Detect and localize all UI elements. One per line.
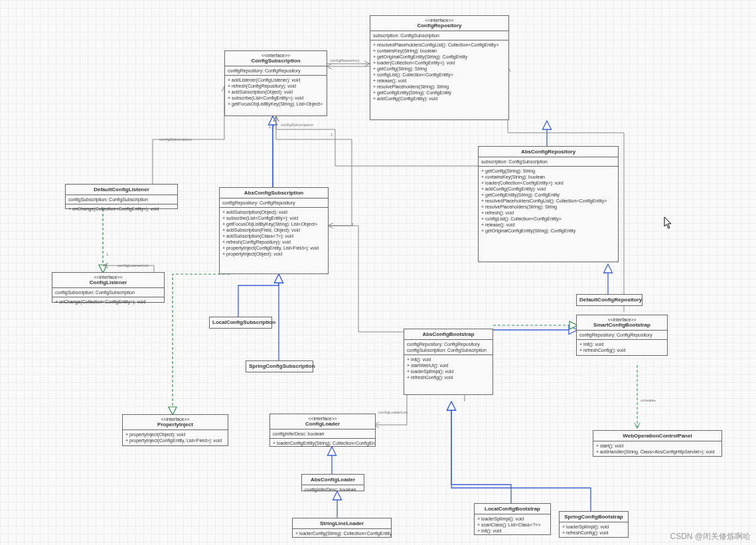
class-ConfigListener[interactable]: <<interface>>ConfigListener configSubscr… — [52, 272, 165, 303]
class-SpringConfigBootstrap[interactable]: SpringConfigBootstrap + loaderSplImpl():… — [559, 511, 629, 538]
class-ConfigSubscription[interactable]: <<interface>>ConfigSubscription configRe… — [224, 50, 327, 116]
watermark: CSDN @闭关修炼啊哈 — [670, 531, 751, 542]
class-LocalConfigBootstrap[interactable]: LocalConfigBootstrap + loaderSplImpl(): … — [474, 503, 551, 535]
class-AbsConfigBootstrap[interactable]: AbsConfigBootstrap configRepository: Con… — [404, 329, 493, 395]
label-cs1: configSubscription — [159, 137, 192, 141]
class-LocalConfigSubscription[interactable]: LocalConfigSubscription — [209, 317, 272, 329]
class-StringLineLoader[interactable]: StringLineLoader + loaderConfig(String):… — [292, 518, 392, 538]
class-ConfigRepository[interactable]: <<interface>>ConfigRepository subscripti… — [370, 15, 509, 120]
name: SpringConfigBootstrap — [564, 514, 623, 520]
label-one-b: 1 — [352, 222, 354, 226]
name: ConfigSubscription — [251, 58, 300, 64]
stereo: <<interface>> — [55, 275, 161, 279]
name: AbsConfigLoader — [311, 477, 355, 483]
name: SpringConfigSubscription — [249, 363, 315, 369]
name: AbsConfigSubscription — [244, 190, 303, 196]
label-create: «create» — [641, 398, 656, 402]
name: StringLineLoader — [320, 520, 364, 526]
label-one-a: 1 — [331, 133, 333, 137]
label-cll: configListenerList — [117, 264, 149, 268]
class-ConfigLoader[interactable]: <<interface>>ConfigLoader configInferDes… — [269, 414, 376, 447]
label-cs2: configSubscription — [281, 123, 313, 127]
name: DefaultConfigListener — [94, 187, 149, 193]
class-SmartConfigBootstrap[interactable]: <<interface>>SmartConfigBootstrap config… — [576, 315, 668, 356]
name: SmartConfigBootstrap — [593, 322, 650, 328]
label-one-c: 1 — [106, 252, 108, 256]
name: DefaultConfigRepository — [579, 297, 642, 303]
stereo: <<interface>> — [579, 317, 664, 322]
name: ConfigListener — [90, 279, 127, 285]
class-DefaultConfigListener[interactable]: DefaultConfigListener configSubscription… — [65, 184, 178, 209]
class-SpringConfigSubscription[interactable]: SpringConfigSubscription — [246, 360, 313, 372]
name: LocalConfigSubscription — [212, 319, 275, 325]
name: PropertyInject — [157, 422, 193, 428]
class-PropertyInject[interactable]: <<interface>>PropertyInject + propertyIn… — [122, 414, 228, 446]
name: LocalConfigBootstrap — [485, 506, 540, 512]
name: ConfigRepository — [417, 23, 461, 29]
stereo: <<interface>> — [125, 417, 225, 422]
class-WebOperationControlPanel[interactable]: WebOperationControlPanel + start(): void… — [593, 430, 722, 457]
name: WebOperationControlPanel — [623, 433, 692, 439]
name: ConfigLoader — [305, 421, 340, 427]
label-configRepository: configRepository — [330, 58, 360, 62]
label-one-many: 1..* — [269, 125, 275, 129]
name: AbsConfigRepository — [521, 149, 575, 155]
label-cld: configLoaderList — [378, 410, 408, 414]
stereo: <<interface>> — [228, 53, 324, 58]
name: AbsConfigBootstrap — [422, 331, 474, 337]
stereo: <<interface>> — [373, 18, 506, 23]
mouse-cursor-icon — [664, 216, 673, 230]
class-AbsConfigLoader[interactable]: AbsConfigLoader configInferDesc: boolean — [301, 474, 364, 491]
class-DefaultConfigRepository[interactable]: DefaultConfigRepository — [576, 294, 643, 306]
class-AbsConfigSubscription[interactable]: AbsConfigSubscription configRepository: … — [219, 187, 329, 274]
stereo: <<interface>> — [273, 416, 372, 421]
class-AbsConfigRepository[interactable]: AbsConfigRepository subscription: Config… — [478, 146, 619, 262]
